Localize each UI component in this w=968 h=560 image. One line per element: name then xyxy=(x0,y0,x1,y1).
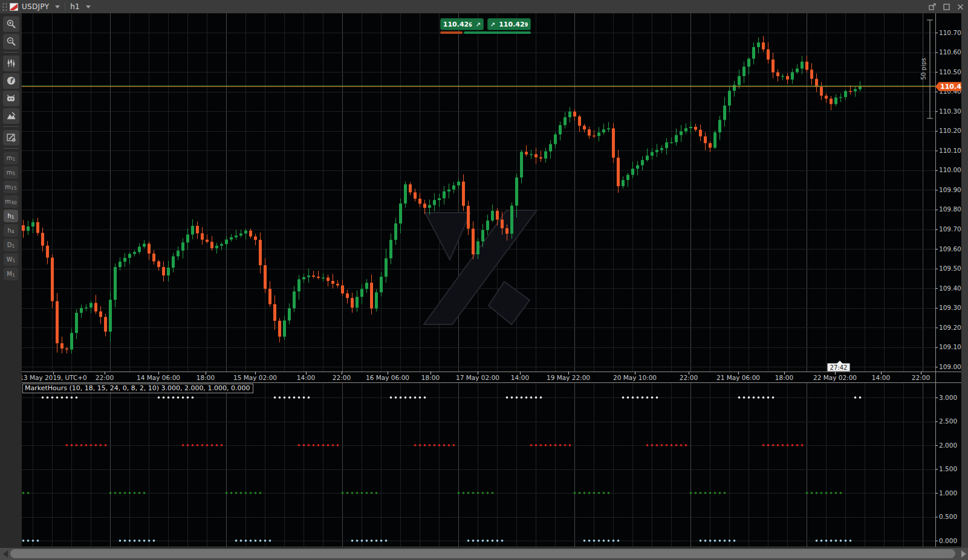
zoom-out-button[interactable] xyxy=(3,34,19,50)
svg-text:109.000: 109.000 xyxy=(939,363,964,371)
svg-text:18:00: 18:00 xyxy=(421,374,440,381)
timeframe-dropdown-arrow[interactable] xyxy=(86,5,91,8)
svg-text:109.400: 109.400 xyxy=(939,285,964,292)
svg-text:109.200: 109.200 xyxy=(939,324,964,332)
chart-settings-button[interactable] xyxy=(3,130,19,146)
zoom-in-button[interactable] xyxy=(3,16,19,32)
indicators-icon: f xyxy=(6,76,16,86)
svg-text:14:00: 14:00 xyxy=(872,374,890,381)
chart-type-icon xyxy=(6,58,16,68)
timeframe-letter: D xyxy=(7,242,12,248)
measure-tool-50-pips[interactable]: 50 pips xyxy=(920,20,933,118)
svg-text:3.000: 3.000 xyxy=(939,394,957,401)
timeframe-m15-button[interactable]: m15 xyxy=(4,181,18,193)
timeframe-number: 30 xyxy=(11,200,17,205)
svg-text:110.500: 110.500 xyxy=(939,68,964,76)
timeframe-letter: m xyxy=(7,169,13,176)
timeframe-number: 4 xyxy=(11,229,15,234)
right-panel-strip[interactable] xyxy=(961,13,968,548)
close-button[interactable] xyxy=(956,2,964,11)
measure-tool-label: 50 pips xyxy=(920,58,927,80)
buy-price: 110.42 xyxy=(499,21,524,28)
titlebar-separator xyxy=(65,2,65,11)
sell-button[interactable]: 110.426 ↗ xyxy=(440,18,484,30)
toolbar-separator xyxy=(3,52,19,53)
svg-text:109.100: 109.100 xyxy=(939,343,964,351)
svg-text:17 May 02:00: 17 May 02:00 xyxy=(456,374,499,381)
timeframe-M1-button[interactable]: M1 xyxy=(4,268,18,280)
timeframe-W1-button[interactable]: W1 xyxy=(4,253,18,266)
svg-text:18:00: 18:00 xyxy=(775,374,793,381)
popout-button[interactable] xyxy=(928,2,937,11)
horizontal-scrollbar xyxy=(0,548,968,560)
svg-text:110.600: 110.600 xyxy=(939,48,964,56)
svg-text:22:00: 22:00 xyxy=(680,374,698,381)
timeframe-m30-button[interactable]: m30 xyxy=(4,195,18,208)
price-chart-canvas[interactable]: 50 pips110.700110.600110.500110.400110.3… xyxy=(0,0,968,560)
popout-icon xyxy=(929,3,936,10)
svg-text:14 May 06:00: 14 May 06:00 xyxy=(137,374,180,381)
toolbar-separator xyxy=(3,148,19,149)
svg-text:21 May 06:00: 21 May 06:00 xyxy=(716,374,760,381)
svg-text:0.000: 0.000 xyxy=(939,537,957,544)
timeframe-h4-button[interactable]: h4 xyxy=(4,224,18,237)
cbots-button[interactable] xyxy=(3,91,19,106)
timeframe-label: h1 xyxy=(70,2,79,11)
broker-watermark-x-logo xyxy=(424,210,537,324)
price-axis-labels[interactable]: 110.700110.600110.500110.400110.300110.2… xyxy=(935,29,964,371)
time-axis-labels[interactable]: 13 May 2019, UTC+022:0014 May 06:0018:00… xyxy=(19,372,930,381)
timeframe-h1-button[interactable]: h1 xyxy=(4,210,18,222)
indicator-title[interactable]: MarketHours (10, 18, 15, 24, 0, 8, 2, 10… xyxy=(22,384,253,393)
indicator-axis-labels[interactable]: 3.0002.5002.0001.5001.0000.5000.000 xyxy=(935,394,957,544)
buy-depth-bar xyxy=(464,31,531,34)
svg-text:109.900: 109.900 xyxy=(939,186,964,194)
svg-text:110.000: 110.000 xyxy=(939,166,964,174)
svg-text:110.700: 110.700 xyxy=(939,29,964,37)
timeframe-letter: m xyxy=(5,198,11,205)
timeframe-m1-button[interactable]: m1 xyxy=(4,152,18,164)
sell-trend-arrow-icon: ↗ xyxy=(476,21,481,28)
svg-text:110.100: 110.100 xyxy=(939,147,964,155)
timeframe-letter: M xyxy=(7,271,12,277)
sell-price: 110.42 xyxy=(443,21,469,28)
svg-text:22:00: 22:00 xyxy=(333,374,351,381)
chart-symbol-icon xyxy=(10,3,18,11)
drawings-button[interactable] xyxy=(3,108,19,124)
svg-text:109.700: 109.700 xyxy=(939,225,964,233)
window-titlebar: USDJPY h1 xyxy=(0,0,968,13)
timeframe-D1-button[interactable]: D1 xyxy=(4,239,18,251)
spread-lines xyxy=(22,86,935,86)
drawings-icon xyxy=(6,111,16,121)
buy-trend-arrow-icon: ↗ xyxy=(490,21,495,28)
timeframe-number: 15 xyxy=(11,185,17,191)
timeframe-number: 5 xyxy=(12,171,15,176)
sell-price-fraction: 6 xyxy=(469,22,472,28)
zoom-in-icon xyxy=(6,19,16,29)
scrollbar-thumb[interactable] xyxy=(10,549,955,558)
svg-text:22 May 02:00: 22 May 02:00 xyxy=(813,374,857,381)
timeframe-letter: m xyxy=(5,184,11,190)
chart-settings-icon xyxy=(6,132,16,143)
symbol-dropdown-arrow[interactable] xyxy=(55,5,60,8)
timeframe-number: 1 xyxy=(11,214,15,220)
svg-text:18:00: 18:00 xyxy=(197,374,215,381)
svg-text:20 May 10:00: 20 May 10:00 xyxy=(613,374,657,381)
maximize-button[interactable] xyxy=(942,2,950,11)
buy-button[interactable]: ↗ 110.429 xyxy=(487,18,531,30)
timeframe-number: 1 xyxy=(12,272,15,278)
svg-text:2.500: 2.500 xyxy=(939,417,957,425)
cbots-icon xyxy=(5,93,16,103)
indicators-button[interactable]: f xyxy=(3,73,19,89)
sell-depth-bar xyxy=(440,31,463,34)
drag-handle[interactable] xyxy=(1,2,7,11)
timeframe-m5-button[interactable]: m5 xyxy=(4,166,18,179)
scroll-left-arrow-icon[interactable] xyxy=(3,550,8,558)
svg-text:110.300: 110.300 xyxy=(939,108,964,115)
svg-text:19 May 22:00: 19 May 22:00 xyxy=(547,374,590,381)
scroll-right-arrow-icon[interactable] xyxy=(961,550,966,558)
chart-type-button[interactable] xyxy=(3,56,19,71)
svg-text:110.200: 110.200 xyxy=(939,127,964,135)
svg-text:109.300: 109.300 xyxy=(939,304,964,312)
svg-text:109.600: 109.600 xyxy=(939,245,964,253)
svg-text:0.500: 0.500 xyxy=(939,513,957,520)
